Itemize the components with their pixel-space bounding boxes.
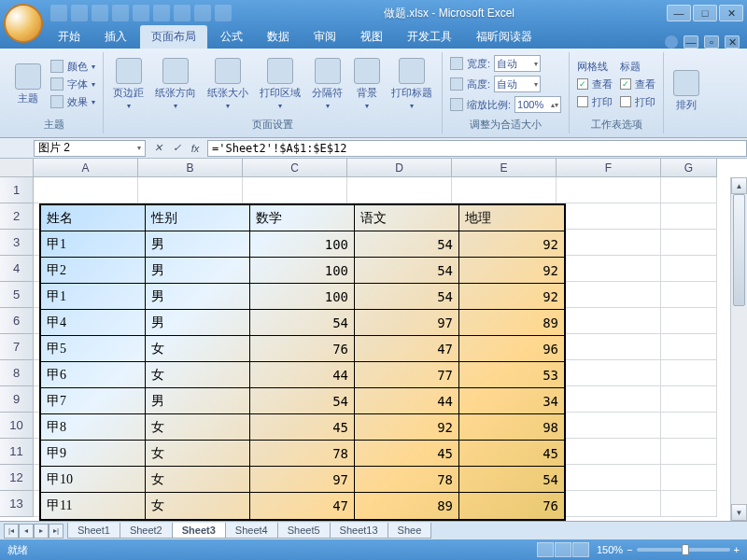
cell[interactable] [661, 491, 717, 517]
tab-formulas[interactable]: 公式 [209, 25, 254, 49]
formula-input[interactable]: ='Sheet2'!$A$1:$E$12 [207, 140, 747, 157]
qat-undo-icon[interactable] [71, 5, 88, 21]
tab-review[interactable]: 审阅 [303, 25, 347, 49]
grid-body[interactable]: 姓名性别数学语文地理甲1男1005492甲2男1005492甲1男1005492… [34, 177, 747, 521]
cell[interactable] [34, 177, 138, 203]
cell[interactable] [347, 177, 452, 203]
column-header[interactable]: D [347, 159, 452, 177]
cell[interactable] [452, 177, 557, 203]
fx-icon[interactable]: fx [187, 140, 204, 157]
cell[interactable] [661, 334, 717, 360]
zoom-slider[interactable] [637, 548, 730, 552]
size-button[interactable]: 纸张大小▾ [204, 56, 252, 112]
cell[interactable] [557, 465, 661, 491]
tab-data[interactable]: 数据 [256, 25, 301, 49]
cell[interactable] [557, 230, 661, 256]
row-header[interactable]: 3 [0, 230, 34, 256]
cell[interactable] [661, 256, 717, 282]
scroll-thumb[interactable] [733, 194, 745, 306]
cell[interactable] [661, 413, 717, 439]
column-header[interactable]: A [34, 159, 138, 177]
row-header[interactable]: 12 [0, 465, 34, 491]
row-header[interactable]: 8 [0, 360, 34, 386]
breaks-button[interactable]: 分隔符▾ [308, 56, 346, 112]
cell[interactable] [557, 439, 661, 465]
gridlines-print-checkbox[interactable]: 打印 [575, 94, 614, 110]
column-header[interactable]: C [243, 159, 347, 177]
qat-item[interactable] [112, 5, 129, 21]
background-button[interactable]: 背景▾ [350, 56, 384, 112]
print_titles-button[interactable]: 打印标题▾ [388, 56, 436, 112]
cell[interactable] [661, 439, 717, 465]
cell[interactable] [138, 177, 243, 203]
gridlines-view-checkbox[interactable]: ✓查看 [575, 77, 614, 92]
cell[interactable] [557, 491, 661, 517]
tab-nav-prev[interactable]: ◂ [19, 524, 34, 539]
cell[interactable] [557, 413, 661, 439]
row-header[interactable]: 11 [0, 439, 34, 465]
column-header[interactable]: E [452, 159, 557, 177]
help-icon[interactable] [665, 35, 678, 49]
qat-item[interactable] [174, 5, 190, 21]
sheet-tab[interactable]: Sheet3 [172, 523, 226, 539]
scroll-down-button[interactable]: ▼ [731, 504, 747, 521]
cell[interactable] [661, 465, 717, 491]
orientation-button[interactable]: 纸张方向▾ [151, 56, 200, 112]
cell[interactable] [661, 203, 717, 230]
office-button[interactable] [4, 4, 43, 43]
row-header[interactable]: 10 [0, 413, 34, 439]
cell[interactable] [661, 282, 717, 308]
cell[interactable] [557, 282, 661, 308]
sheet-tab[interactable]: Sheet1 [67, 523, 120, 539]
cell[interactable] [557, 177, 661, 203]
minimize-button[interactable]: — [667, 5, 691, 21]
cancel-icon[interactable]: ✕ [149, 140, 166, 157]
cell[interactable] [557, 308, 661, 334]
scroll-up-button[interactable]: ▲ [731, 177, 747, 194]
tab-insert[interactable]: 插入 [93, 25, 138, 49]
select-all-corner[interactable] [0, 159, 34, 177]
tab-foxit[interactable]: 福昕阅读器 [465, 25, 543, 49]
view-layout-button[interactable] [555, 542, 571, 557]
tab-page-layout[interactable]: 页面布局 [140, 25, 207, 49]
cell[interactable] [661, 177, 717, 203]
vertical-scrollbar[interactable]: ▲ ▼ [730, 177, 747, 521]
qat-dropdown-icon[interactable] [215, 5, 232, 21]
tab-nav-last[interactable]: ▸| [49, 524, 63, 539]
sheet-tab[interactable]: Sheet4 [225, 523, 278, 539]
maximize-button[interactable]: □ [693, 5, 717, 21]
cell[interactable] [557, 386, 661, 413]
row-header[interactable]: 5 [0, 282, 34, 308]
qat-item[interactable] [194, 5, 211, 21]
view-normal-button[interactable] [537, 542, 554, 557]
row-header[interactable]: 7 [0, 334, 34, 360]
margins-button[interactable]: 页边距▾ [109, 56, 148, 112]
zoom-out-button[interactable]: − [627, 544, 632, 555]
zoom-thumb[interactable] [682, 544, 689, 555]
tab-nav-next[interactable]: ▸ [34, 524, 49, 539]
tab-view[interactable]: 视图 [349, 25, 394, 49]
cell[interactable] [243, 177, 347, 203]
colors-button[interactable]: 颜色▾ [49, 59, 97, 75]
cell[interactable] [557, 203, 661, 230]
cell[interactable] [661, 360, 717, 386]
column-header[interactable]: F [557, 159, 661, 177]
column-header[interactable]: G [661, 159, 717, 177]
name-box[interactable]: 图片 2▾ [34, 140, 146, 157]
zoom-in-button[interactable]: + [734, 544, 740, 555]
qat-redo-icon[interactable] [92, 5, 108, 21]
row-header[interactable]: 9 [0, 386, 34, 413]
ribbon-restore-button[interactable]: ▫ [704, 35, 719, 49]
column-header[interactable]: B [138, 159, 243, 177]
tab-home[interactable]: 开始 [47, 25, 92, 49]
sheet-tab[interactable]: Sheet13 [330, 523, 388, 539]
cell[interactable] [557, 360, 661, 386]
tab-developer[interactable]: 开发工具 [396, 25, 463, 49]
view-break-button[interactable] [572, 542, 589, 557]
close-button[interactable]: ✕ [719, 5, 743, 21]
headings-view-checkbox[interactable]: ✓查看 [618, 77, 657, 92]
scale-spinner[interactable]: 100%▴▾ [514, 96, 561, 113]
qat-item[interactable] [153, 5, 170, 21]
cell[interactable] [661, 308, 717, 334]
effects-button[interactable]: 效果▾ [49, 94, 97, 110]
